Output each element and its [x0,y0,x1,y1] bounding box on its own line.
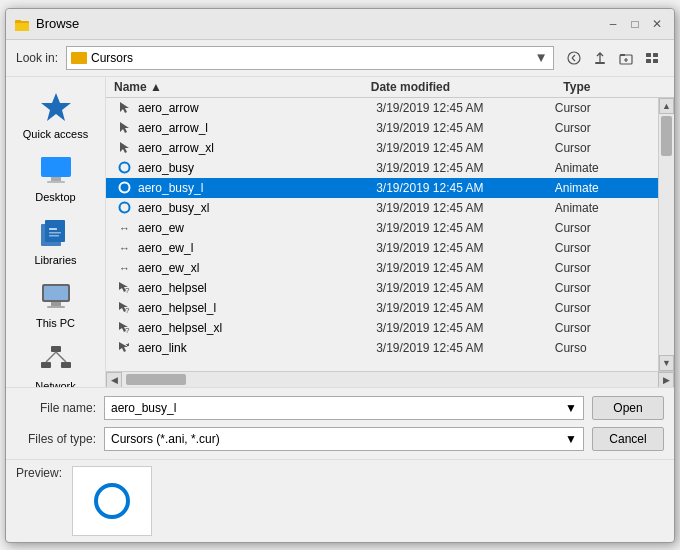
scroll-right-button[interactable]: ▶ [658,372,674,387]
svg-text:?: ? [125,286,130,294]
create-folder-button[interactable] [614,46,638,70]
file-row-type: Cursor [555,221,650,235]
scroll-left-button[interactable]: ◀ [106,372,122,387]
table-row[interactable]: ↔aero_ew_l3/19/2019 12:45 AMCursor [106,238,658,258]
title-controls: – □ ✕ [604,15,666,33]
open-button[interactable]: Open [592,396,664,420]
address-dropdown-button[interactable]: ▼ [533,50,549,66]
back-button[interactable] [562,46,586,70]
file-type-row: Files of type: Cursors (*.ani, *.cur) ▼ … [16,427,664,451]
view-button[interactable] [640,46,664,70]
toolbar: Look in: ▼ [6,40,674,77]
sidebar-item-quick-access[interactable]: Quick access [12,85,100,144]
file-row-type: Cursor [555,141,650,155]
svg-rect-8 [653,53,658,57]
libraries-icon [38,215,74,251]
svg-marker-30 [120,102,129,113]
up-button[interactable] [588,46,612,70]
table-row[interactable]: aero_arrow_xl3/19/2019 12:45 AMCursor [106,138,658,158]
table-row[interactable]: ↔aero_ew3/19/2019 12:45 AMCursor [106,218,658,238]
table-row[interactable]: aero_link3/19/2019 12:45 AMCurso [106,338,658,358]
svg-rect-23 [51,302,61,306]
file-row-name: aero_ew_xl [138,261,376,275]
look-in-label: Look in: [16,51,58,65]
svg-rect-26 [41,362,51,368]
svg-point-3 [568,52,580,64]
table-row[interactable]: aero_busy3/19/2019 12:45 AMAnimate [106,158,658,178]
svg-rect-2 [15,20,21,23]
file-row-icon [114,141,134,154]
file-row-name: aero_arrow_xl [138,141,376,155]
scroll-thumb[interactable] [661,116,672,156]
dialog-title: Browse [36,16,79,31]
col-header-name: Name ▲ [114,80,371,94]
address-input[interactable] [91,51,529,65]
file-row-icon [114,161,134,174]
hscroll-track[interactable] [122,372,658,387]
file-row-date: 3/19/2019 12:45 AM [376,101,555,115]
scroll-up-button[interactable]: ▲ [659,98,674,114]
thispc-icon [38,278,74,314]
svg-rect-20 [49,235,59,237]
table-row[interactable]: ?aero_helpsel3/19/2019 12:45 AMCursor [106,278,658,298]
file-row-name: aero_busy_l [138,181,376,195]
table-row[interactable]: aero_busy_xl3/19/2019 12:45 AMAnimate [106,198,658,218]
file-row-date: 3/19/2019 12:45 AM [376,181,555,195]
file-row-name: aero_helpsel_l [138,301,376,315]
scroll-track[interactable] [659,114,674,355]
svg-rect-17 [45,220,65,242]
table-row[interactable]: ?aero_helpsel_xl3/19/2019 12:45 AMCursor [106,318,658,338]
sidebar-item-network[interactable]: Network [12,337,100,387]
preview-box [72,466,152,536]
cursor-preview-image [94,483,130,519]
file-row-type: Cursor [555,241,650,255]
address-bar[interactable]: ▼ [66,46,554,70]
file-row-type: Curso [555,341,650,355]
scroll-down-button[interactable]: ▼ [659,355,674,371]
svg-rect-4 [595,62,605,64]
file-row-type: Cursor [555,281,650,295]
file-row-date: 3/19/2019 12:45 AM [376,281,555,295]
hscroll-thumb[interactable] [126,374,186,385]
quick-access-icon [38,89,74,125]
file-name-row: File name: aero_busy_l ▼ Open [16,396,664,420]
file-type-dropdown-icon: ▼ [565,432,577,446]
horizontal-scrollbar[interactable]: ◀ ▶ [106,371,674,387]
dialog-icon [14,16,30,32]
close-button[interactable]: ✕ [648,15,666,33]
sidebar-label-quick-access: Quick access [23,128,88,140]
file-row-name: aero_arrow [138,101,376,115]
vertical-scrollbar[interactable]: ▲ ▼ [658,98,674,371]
table-row[interactable]: ?aero_helpsel_l3/19/2019 12:45 AMCursor [106,298,658,318]
desktop-icon [38,152,74,188]
table-row[interactable]: aero_arrow_l3/19/2019 12:45 AMCursor [106,118,658,138]
file-row-type: Animate [555,201,650,215]
svg-rect-14 [51,177,61,181]
table-row[interactable]: ↔aero_ew_xl3/19/2019 12:45 AMCursor [106,258,658,278]
minimize-button[interactable]: – [604,15,622,33]
svg-text:↔: ↔ [119,242,130,254]
table-row[interactable]: aero_arrow3/19/2019 12:45 AMCursor [106,98,658,118]
back-icon [567,51,581,65]
file-row-type: Cursor [555,101,650,115]
sidebar-label-libraries: Libraries [34,254,76,266]
sidebar-item-desktop[interactable]: Desktop [12,148,100,207]
svg-rect-7 [646,53,651,57]
file-type-input[interactable]: Cursors (*.ani, *.cur) ▼ [104,427,584,451]
folder-icon [71,52,87,64]
table-row[interactable]: aero_busy_l3/19/2019 12:45 AMAnimate [106,178,658,198]
file-row-icon: ↔ [114,221,134,234]
file-row-type: Cursor [555,121,650,135]
svg-point-33 [119,163,129,173]
file-panel: Name ▲ Date modified Type aero_arrow3/19… [106,77,674,387]
sidebar-label-thispc: This PC [36,317,75,329]
cancel-button[interactable]: Cancel [592,427,664,451]
file-row-icon: ↔ [114,261,134,274]
sidebar-item-libraries[interactable]: Libraries [12,211,100,270]
svg-marker-45 [119,342,128,352]
file-name-dropdown-icon: ▼ [565,401,577,415]
maximize-button[interactable]: □ [626,15,644,33]
svg-rect-19 [49,232,61,234]
file-name-input[interactable]: aero_busy_l ▼ [104,396,584,420]
sidebar-item-thispc[interactable]: This PC [12,274,100,333]
